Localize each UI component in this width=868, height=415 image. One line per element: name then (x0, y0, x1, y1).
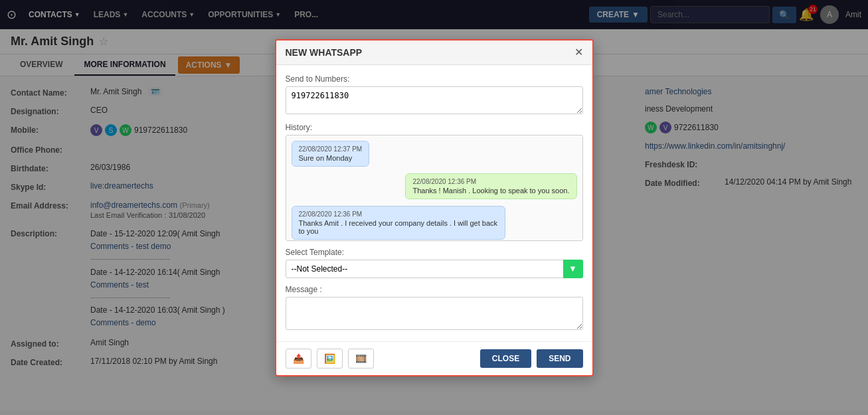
send-to-label: Send to Numbers: (286, 74, 583, 84)
chat-message-3: 22/08/2020 12:36 PM Thanks Amit . I rece… (292, 206, 577, 240)
modal-body: Send to Numbers: History: 22/08/2020 12:… (276, 65, 592, 341)
video-icon-button[interactable]: 🎞️ (348, 349, 374, 369)
chat-time-1: 22/08/2020 12:37 PM (299, 145, 363, 153)
chat-text-3: Thanks Amit . I received your company de… (299, 219, 499, 235)
chat-message-2: 22/08/2020 12:36 PM Thanks ! Manish . Lo… (292, 173, 577, 199)
send-button[interactable]: SEND (537, 349, 582, 368)
history-box: 22/08/2020 12:37 PM Sure on Monday 22/08… (286, 135, 583, 241)
upload-icon-button[interactable]: 📤 (286, 349, 311, 369)
template-select-wrapper: --Not Selected-- ▼ (286, 260, 583, 278)
chat-time-2: 22/08/2020 12:36 PM (412, 178, 569, 185)
message-input[interactable] (286, 297, 583, 330)
close-button[interactable]: CLOSE (480, 349, 531, 368)
chat-time-3: 22/08/2020 12:36 PM (299, 210, 499, 218)
whatsapp-modal: NEW WHATSAPP ✕ Send to Numbers: History:… (275, 39, 594, 376)
modal-title: NEW WHATSAPP (286, 47, 363, 58)
template-label: Select Template: (286, 248, 583, 257)
modal-close-button[interactable]: ✕ (574, 47, 583, 58)
send-to-input[interactable] (286, 86, 583, 114)
chat-message-1: 22/08/2020 12:37 PM Sure on Monday (292, 141, 577, 167)
modal-header: NEW WHATSAPP ✕ (276, 41, 592, 65)
modal-footer: 📤 🖼️ 🎞️ CLOSE SEND (276, 341, 592, 375)
chat-text-1: Sure on Monday (299, 154, 363, 162)
template-select[interactable]: --Not Selected-- (286, 260, 583, 278)
chat-text-2: Thanks ! Manish . Looking to speak to yo… (412, 187, 569, 195)
modal-overlay: NEW WHATSAPP ✕ Send to Numbers: History:… (0, 0, 868, 410)
message-label: Message : (286, 285, 583, 294)
history-label: History: (286, 123, 583, 132)
image-icon-button[interactable]: 🖼️ (317, 349, 343, 369)
